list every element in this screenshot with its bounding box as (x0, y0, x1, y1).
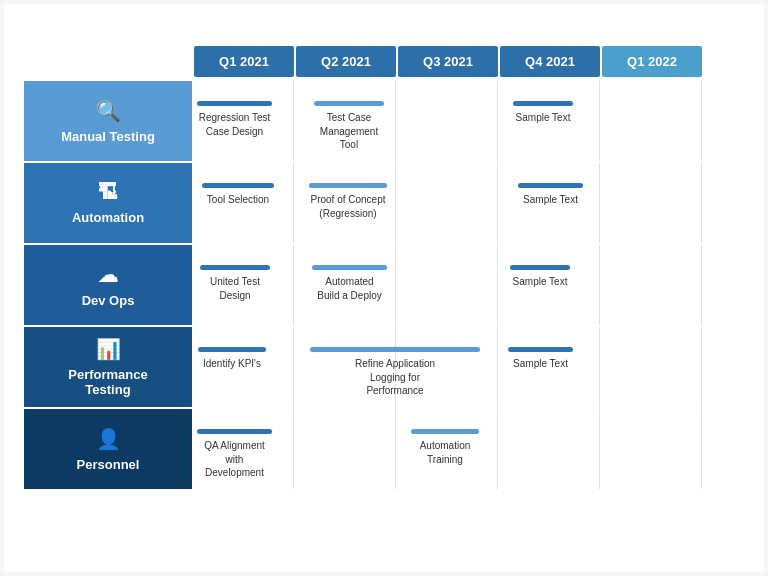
task-bar-automation-0 (202, 183, 274, 188)
task-label-performance-1: Refine Application Logging forPerformanc… (350, 357, 440, 398)
task-manual-1: Test CaseManagement Tool (314, 101, 384, 152)
grid-cell-devops-4 (600, 245, 702, 325)
roadmap: Q1 2021Q2 2021Q3 2021Q4 2021Q1 2022 🔍Man… (24, 46, 744, 489)
task-bar-manual-0 (197, 101, 272, 106)
label-manual: 🔍Manual Testing (24, 81, 192, 161)
grid-cell-manual-4 (600, 81, 702, 161)
label-personnel: 👤Personnel (24, 409, 192, 489)
task-bar-performance-1 (310, 347, 480, 352)
row-devops: ☁Dev OpsUnited TestDesignAutomatedBuild … (24, 245, 744, 325)
grid-devops: United TestDesignAutomatedBuild a Deploy… (192, 245, 744, 325)
grid-automation: Tool SelectionProof of Concept(Regressio… (192, 163, 744, 243)
quarter-header-0: Q1 2021 (194, 46, 294, 77)
label-devops: ☁Dev Ops (24, 245, 192, 325)
task-bar-personnel-0 (197, 429, 272, 434)
header-row: Q1 2021Q2 2021Q3 2021Q4 2021Q1 2022 (194, 46, 744, 77)
task-label-automation-0: Tool Selection (207, 193, 269, 207)
task-performance-0: Identify KPI's (198, 347, 266, 371)
quarter-header-1: Q2 2021 (296, 46, 396, 77)
performance-label: PerformanceTesting (68, 367, 147, 397)
automation-icon: 🏗 (98, 181, 118, 204)
performance-icon: 📊 (96, 337, 121, 361)
label-performance: 📊PerformanceTesting (24, 327, 192, 407)
quarter-header-3: Q4 2021 (500, 46, 600, 77)
devops-icon: ☁ (98, 263, 118, 287)
task-bar-devops-0 (200, 265, 270, 270)
devops-label: Dev Ops (82, 293, 135, 308)
task-automation-1: Proof of Concept(Regression) (309, 183, 387, 220)
task-bar-personnel-1 (411, 429, 479, 434)
row-personnel: 👤PersonnelQA Alignment withDevelopmentAu… (24, 409, 744, 489)
quarter-header-4: Q1 2022 (602, 46, 702, 77)
task-label-automation-2: Sample Text (523, 193, 578, 207)
manual-icon: 🔍 (96, 99, 121, 123)
grid-cell-personnel-4 (600, 409, 702, 489)
task-label-performance-0: Identify KPI's (203, 357, 261, 371)
grid-personnel: QA Alignment withDevelopmentAutomationTr… (192, 409, 744, 489)
task-label-manual-2: Sample Text (516, 111, 571, 125)
grid-performance: Identify KPI'sRefine Application Logging… (192, 327, 744, 407)
manual-label: Manual Testing (61, 129, 155, 144)
grid-cell-personnel-3 (498, 409, 600, 489)
task-label-performance-2: Sample Text (513, 357, 568, 371)
grid-cell-personnel-1 (294, 409, 396, 489)
task-label-personnel-1: AutomationTraining (420, 439, 471, 466)
task-bar-manual-2 (513, 101, 573, 106)
row-manual: 🔍Manual TestingRegression TestCase Desig… (24, 81, 744, 161)
task-personnel-1: AutomationTraining (411, 429, 479, 466)
task-bar-automation-1 (309, 183, 387, 188)
task-bar-performance-2 (508, 347, 573, 352)
task-devops-1: AutomatedBuild a Deploy (312, 265, 387, 302)
task-automation-0: Tool Selection (202, 183, 274, 207)
task-label-personnel-0: QA Alignment withDevelopment (197, 439, 272, 480)
row-automation: 🏗AutomationTool SelectionProof of Concep… (24, 163, 744, 243)
task-label-manual-0: Regression TestCase Design (199, 111, 271, 138)
grid-cell-manual-2 (396, 81, 498, 161)
grid-manual: Regression TestCase DesignTest CaseManag… (192, 81, 744, 161)
personnel-icon: 👤 (96, 427, 121, 451)
task-manual-0: Regression TestCase Design (197, 101, 272, 138)
row-performance: 📊PerformanceTestingIdentify KPI'sRefine … (24, 327, 744, 407)
task-manual-2: Sample Text (513, 101, 573, 125)
task-performance-2: Sample Text (508, 347, 573, 371)
task-automation-2: Sample Text (518, 183, 583, 207)
task-label-manual-1: Test CaseManagement Tool (314, 111, 384, 152)
task-bar-devops-2 (510, 265, 570, 270)
task-label-devops-1: AutomatedBuild a Deploy (317, 275, 381, 302)
task-label-devops-2: Sample Text (513, 275, 568, 289)
task-bar-performance-0 (198, 347, 266, 352)
grid-cell-automation-4 (600, 163, 702, 243)
task-label-devops-0: United TestDesign (210, 275, 260, 302)
label-automation: 🏗Automation (24, 163, 192, 243)
task-devops-2: Sample Text (510, 265, 570, 289)
grid-cell-performance-4 (600, 327, 702, 407)
grid-cell-automation-2 (396, 163, 498, 243)
content-rows: 🔍Manual TestingRegression TestCase Desig… (24, 81, 744, 489)
task-bar-devops-1 (312, 265, 387, 270)
task-performance-1: Refine Application Logging forPerformanc… (310, 347, 480, 398)
slide: Q1 2021Q2 2021Q3 2021Q4 2021Q1 2022 🔍Man… (4, 4, 764, 572)
task-devops-0: United TestDesign (200, 265, 270, 302)
task-bar-automation-2 (518, 183, 583, 188)
task-label-automation-1: Proof of Concept(Regression) (310, 193, 385, 220)
grid-cell-devops-2 (396, 245, 498, 325)
personnel-label: Personnel (77, 457, 140, 472)
automation-label: Automation (72, 210, 144, 225)
quarter-header-2: Q3 2021 (398, 46, 498, 77)
task-bar-manual-1 (314, 101, 384, 106)
task-personnel-0: QA Alignment withDevelopment (197, 429, 272, 480)
